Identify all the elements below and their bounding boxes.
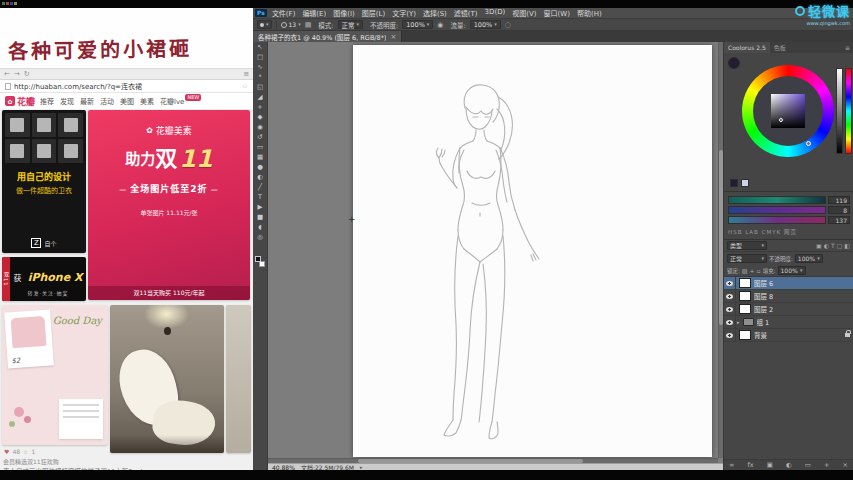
bookmark-star-icon[interactable]: ☆ (242, 82, 248, 90)
menu-item[interactable]: 滤镜(T) (454, 8, 478, 18)
color-value-field[interactable]: 119 (828, 196, 850, 204)
gradient-tool[interactable]: ▦ (253, 152, 267, 162)
blur-tool[interactable]: ● (253, 162, 267, 172)
address-bar[interactable]: http://huaban.com/search/?q=连衣裙 ☆ (0, 80, 253, 93)
url-text[interactable]: http://huaban.com/search/?q=连衣裙 (14, 81, 239, 91)
menu-item[interactable]: 帮助(H) (577, 8, 602, 18)
lasso-tool[interactable]: ∿ (253, 62, 267, 72)
layer-row[interactable]: ▸ 图层 2 (724, 303, 853, 316)
close-tab-icon[interactable]: × (390, 33, 396, 41)
document-tab[interactable]: 各种裙子的衣1 @ 40.9% (图层 6, RGB/8*) × (253, 31, 402, 42)
layer-style-icon[interactable]: fx (748, 462, 754, 469)
saturation-value-square[interactable] (771, 94, 805, 128)
filter-pixel-icon[interactable]: ▣ (816, 242, 822, 249)
gradient-swatch[interactable] (728, 206, 826, 214)
site-nav-item[interactable]: 发现 (60, 96, 74, 106)
type-tool[interactable]: T (253, 192, 267, 202)
layer-blend-mode-select[interactable]: 正常 ▾ (727, 254, 767, 263)
crop-tool[interactable]: ◱ (253, 82, 267, 92)
layer-row[interactable]: ▸ 图层 6 (724, 277, 853, 290)
back-icon[interactable]: ← (4, 71, 10, 78)
link-layers-icon[interactable]: ∞ (729, 462, 734, 469)
eraser-tool[interactable]: ▭ (253, 142, 267, 152)
move-tool[interactable]: ↖ (253, 42, 267, 52)
menu-item[interactable]: 图层(L) (362, 8, 385, 18)
new-layer-icon[interactable]: + (824, 462, 829, 469)
menu-item[interactable]: 图像(I) (333, 8, 355, 18)
pin-promo-double11[interactable]: ✿ 花瓣美素 助力双11 全场图片低至2折 单张图片 11.11元/张 双11当… (88, 110, 250, 300)
menu-item[interactable]: 窗口(W) (544, 8, 570, 18)
tool-preset-picker[interactable]: ▾ (257, 20, 272, 29)
site-nav-item[interactable]: 最新 (80, 96, 94, 106)
layer-row[interactable]: ▸ 组 1 (724, 316, 853, 329)
delete-layer-icon[interactable]: × (842, 462, 847, 469)
site-nav-item[interactable]: 活动 (100, 96, 114, 106)
hue-slider[interactable] (845, 68, 852, 154)
visibility-toggle[interactable] (724, 329, 736, 341)
browser-menu-icon[interactable]: ≡ (243, 71, 249, 78)
airbrush-icon[interactable]: ◌ (505, 21, 511, 29)
pin-wedding-photo[interactable] (110, 305, 224, 453)
pin-partial[interactable] (226, 305, 251, 453)
lock-position-icon[interactable]: + (750, 267, 755, 274)
canvas-area[interactable]: + (268, 42, 723, 463)
site-nav-item[interactable]: 美图 (120, 96, 134, 106)
layer-group-icon[interactable]: ▭ (805, 462, 811, 469)
adjustment-layer-icon[interactable]: ◐ (786, 462, 792, 469)
layer-row[interactable]: ▸ 图层 8 (724, 290, 853, 303)
pin-goodday-collage[interactable]: $2 Good Day (2, 305, 108, 445)
gradient-swatch[interactable] (728, 196, 826, 204)
menu-item[interactable]: 编辑(E) (302, 8, 326, 18)
menu-item[interactable]: 文字(Y) (392, 8, 416, 18)
dodge-tool[interactable]: ◐ (253, 172, 267, 182)
menu-item[interactable]: 文件(F) (272, 8, 296, 18)
menu-item[interactable]: 选择(S) (423, 8, 447, 18)
opacity-select[interactable]: 100% ▾ (402, 20, 433, 29)
filter-shape-icon[interactable]: ▢ (837, 242, 843, 249)
pin-iphone[interactable]: 双11 获 iPhone X 转发·关注·抽奖 (2, 257, 86, 301)
refresh-icon[interactable]: ↻ (24, 71, 30, 78)
marquee-tool[interactable]: □ (253, 52, 267, 62)
panel-menu-icon[interactable]: ≡ (845, 44, 850, 51)
sv-marker[interactable] (779, 118, 783, 122)
path-select-tool[interactable]: ▶ (253, 202, 267, 212)
site-nav-item[interactable]: 推荐 (40, 96, 54, 106)
site-nav-item[interactable]: 美素 (140, 96, 154, 106)
blend-mode-select[interactable]: 正常 ▾ (338, 20, 364, 29)
group-expander-icon[interactable]: ▸ (737, 319, 740, 325)
color-value-field[interactable]: 137 (828, 216, 850, 224)
recent-color-swatch[interactable] (730, 179, 738, 187)
brush-panel-toggle-icon[interactable]: ▤ (305, 21, 312, 29)
tab-swatches[interactable]: 色板 (770, 42, 790, 53)
hue-marker[interactable] (806, 141, 811, 146)
color-value-field[interactable]: 8 (828, 206, 850, 214)
zoom-tool[interactable]: ◎ (253, 232, 267, 242)
flow-select[interactable]: 100% ▾ (470, 20, 501, 29)
brush-tool[interactable]: ◆ (253, 112, 267, 122)
clone-stamp-tool[interactable]: ◉ (253, 122, 267, 132)
color-swatches[interactable] (253, 254, 268, 270)
pressure-opacity-icon[interactable]: ◉ (437, 21, 443, 29)
layer-fill-select[interactable]: 100% ▾ (778, 266, 806, 275)
huaban-logo[interactable]: ✿ 花瓣 (5, 95, 35, 108)
artboard[interactable] (353, 45, 712, 457)
layer-mask-icon[interactable]: ▣ (767, 462, 773, 469)
filter-type-icon[interactable]: T (831, 242, 835, 249)
visibility-toggle[interactable] (724, 290, 736, 302)
tab-coolorus[interactable]: Coolorus 2.5 (724, 42, 770, 53)
filter-smart-icon[interactable]: ◧ (844, 242, 850, 249)
lock-transparency-icon[interactable]: ▨ (742, 267, 748, 274)
recent-color-swatch[interactable] (741, 179, 749, 187)
foreground-color-swatch[interactable] (255, 256, 261, 262)
forward-icon[interactable]: → (14, 71, 20, 78)
pin-caption[interactable]: 会员精选双11狂欢购 (3, 457, 249, 466)
eyedropper-tool[interactable]: ◢ (253, 92, 267, 102)
history-brush-tool[interactable]: ↺ (253, 132, 267, 142)
brush-preset-picker[interactable]: 13 ▾ (281, 21, 301, 28)
value-slider[interactable] (836, 68, 843, 154)
magic-wand-tool[interactable]: * (253, 72, 267, 82)
menu-item[interactable]: 视图(V) (512, 8, 536, 18)
gradient-swatch[interactable] (728, 216, 826, 224)
visibility-toggle[interactable] (724, 303, 736, 315)
color-wheel[interactable] (742, 65, 834, 157)
